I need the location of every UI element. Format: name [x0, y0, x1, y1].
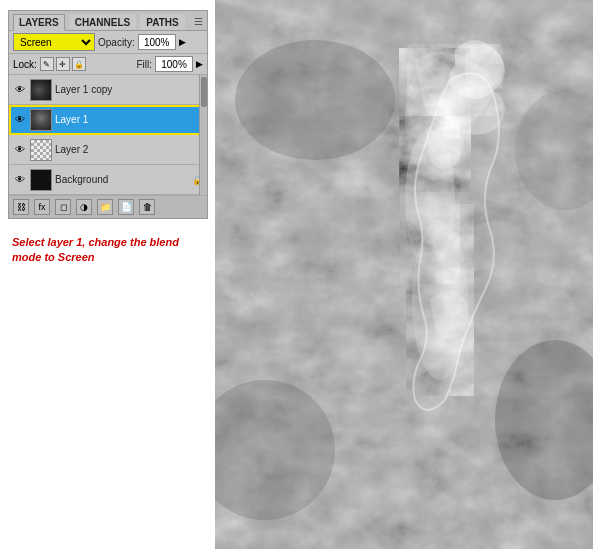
- layer-name-layer2: Layer 2: [55, 144, 203, 155]
- right-panel: [215, 0, 593, 549]
- fill-arrow[interactable]: ▶: [196, 59, 203, 69]
- smoke-image: [215, 0, 593, 549]
- layer-effects-icon[interactable]: fx: [34, 199, 50, 215]
- layer-name-layer1: Layer 1: [55, 114, 203, 125]
- left-panel: LAYERS CHANNELS PATHS ☰ Screen Opacity: …: [0, 0, 215, 549]
- panel-menu-icon[interactable]: ☰: [194, 16, 203, 27]
- lock-icons: ✎ ✛ 🔒: [40, 57, 86, 71]
- layer-name-layer1copy: Layer 1 copy: [55, 84, 203, 95]
- add-mask-icon[interactable]: ◻: [55, 199, 71, 215]
- lock-pixels-icon[interactable]: ✎: [40, 57, 54, 71]
- layer-row-layer1[interactable]: 👁 Layer 1: [9, 105, 207, 135]
- visibility-icon-background[interactable]: 👁: [13, 173, 27, 187]
- scrollbar-thumb[interactable]: [201, 77, 207, 107]
- instruction-text: Select layer 1, change the blend mode to…: [8, 235, 188, 266]
- fill-label: Fill:: [136, 59, 152, 70]
- layers-panel: LAYERS CHANNELS PATHS ☰ Screen Opacity: …: [8, 10, 208, 219]
- lock-fill-bar: Lock: ✎ ✛ 🔒 Fill: ▶: [9, 54, 207, 75]
- layers-bottom-bar: ⛓ fx ◻ ◑ 📁 📄 🗑: [9, 195, 207, 218]
- layer-name-background: Background: [55, 174, 189, 185]
- layers-tabs: LAYERS CHANNELS PATHS ☰: [9, 11, 207, 31]
- lock-label: Lock:: [13, 59, 37, 70]
- layers-scrollbar[interactable]: [199, 75, 207, 195]
- delete-layer-icon[interactable]: 🗑: [139, 199, 155, 215]
- lock-position-icon[interactable]: ✛: [56, 57, 70, 71]
- opacity-label: Opacity:: [98, 37, 135, 48]
- layers-list-wrapper: 👁 Layer 1 copy 👁 Layer 1 👁 Layer 2: [9, 75, 207, 195]
- lock-all-icon[interactable]: 🔒: [72, 57, 86, 71]
- thumb-background: [30, 169, 52, 191]
- new-layer-icon[interactable]: 📄: [118, 199, 134, 215]
- adjustment-layer-icon[interactable]: ◑: [76, 199, 92, 215]
- new-group-icon[interactable]: 📁: [97, 199, 113, 215]
- opacity-input[interactable]: [138, 34, 176, 50]
- tab-layers[interactable]: LAYERS: [13, 14, 65, 31]
- visibility-icon-layer1[interactable]: 👁: [13, 113, 27, 127]
- fill-input[interactable]: [155, 56, 193, 72]
- layer-row-background[interactable]: 👁 Background 🔒: [9, 165, 207, 195]
- blend-mode-select[interactable]: Screen: [13, 33, 95, 51]
- layer-row-layer2[interactable]: 👁 Layer 2: [9, 135, 207, 165]
- layers-list: 👁 Layer 1 copy 👁 Layer 1 👁 Layer 2: [9, 75, 207, 195]
- visibility-icon-layer2[interactable]: 👁: [13, 143, 27, 157]
- blend-opacity-bar: Screen Opacity: ▶: [9, 31, 207, 54]
- layer-row-layer1copy[interactable]: 👁 Layer 1 copy: [9, 75, 207, 105]
- tab-channels[interactable]: CHANNELS: [69, 14, 137, 30]
- thumb-layer1copy: [30, 79, 52, 101]
- visibility-icon-layer1copy[interactable]: 👁: [13, 83, 27, 97]
- tab-paths[interactable]: PATHS: [140, 14, 184, 30]
- opacity-arrow[interactable]: ▶: [179, 37, 186, 47]
- thumb-layer1: [30, 109, 52, 131]
- link-layers-icon[interactable]: ⛓: [13, 199, 29, 215]
- thumb-layer2: [30, 139, 52, 161]
- svg-point-9: [235, 40, 395, 160]
